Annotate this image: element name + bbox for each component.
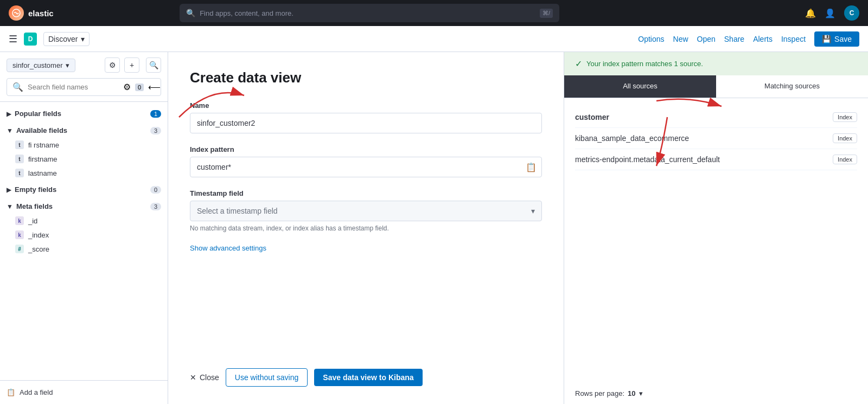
- search-sidebar-btn[interactable]: 🔍: [146, 57, 161, 73]
- sidebar-icons: ⚙ +: [105, 57, 139, 73]
- close-icon: ✕: [190, 373, 196, 382]
- save-icon: 💾: [822, 35, 831, 43]
- name-label: Name: [190, 101, 542, 110]
- matching-sources-tab[interactable]: Matching sources: [716, 75, 868, 98]
- timestamp-select[interactable]: Select a timestamp field ▾: [190, 201, 542, 221]
- field-type-icon: k: [15, 230, 24, 239]
- source-badge: Index: [833, 112, 857, 122]
- options-link[interactable]: Options: [638, 35, 664, 43]
- all-sources-tab[interactable]: All sources: [564, 75, 716, 98]
- source-item-metrics: metrics-endpoint.metadata_current_defaul…: [575, 149, 857, 170]
- index-pattern-label: Index pattern: [190, 145, 542, 153]
- alerts-link[interactable]: Alerts: [753, 35, 773, 43]
- timestamp-hint: No matching data stream, index, or index…: [190, 225, 542, 232]
- popular-fields-count: 1: [150, 110, 161, 118]
- source-item-customer: customer Index: [575, 107, 857, 128]
- search-fields-container: 🔍 ⚙ 0 ⟵: [7, 78, 161, 96]
- field-name: _score: [28, 245, 49, 253]
- modal-right: ✓ Your index pattern matches 1 source. A…: [564, 52, 868, 404]
- timestamp-label: Timestamp field: [190, 189, 542, 197]
- close-label: Close: [200, 373, 219, 382]
- save-label: Save: [834, 35, 852, 43]
- empty-fields-header[interactable]: ▶ Empty fields 0: [0, 182, 168, 197]
- rows-chevron[interactable]: ▾: [639, 389, 643, 397]
- field-name: _id: [28, 217, 37, 225]
- data-view-name: sinfor_customer: [12, 61, 62, 69]
- meta-toggle-icon: ▼: [7, 203, 13, 210]
- elastic-brand-name: elastic: [28, 9, 54, 18]
- sidebar-footer: 📋 Add a field: [0, 380, 168, 404]
- add-icon-btn[interactable]: +: [124, 57, 139, 73]
- open-link[interactable]: Open: [697, 35, 716, 43]
- list-item[interactable]: k _id: [0, 214, 168, 228]
- timestamp-chevron: ▾: [531, 207, 535, 215]
- search-icon: 🔍: [186, 9, 195, 17]
- source-name: customer: [575, 113, 609, 121]
- sidebar-header: sinfor_customer ▾ ⚙ + 🔍 🔍 ⚙ 0 ⟵: [0, 52, 168, 102]
- use-without-saving-button[interactable]: Use without saving: [226, 368, 308, 387]
- field-type-icon: t: [15, 140, 24, 149]
- source-name: kibana_sample_data_ecommerce: [575, 134, 689, 143]
- popular-fields-header[interactable]: ▶ Popular fields 1: [0, 106, 168, 121]
- source-badge: Index: [833, 155, 857, 164]
- elastic-logo: elastic: [9, 5, 54, 21]
- field-name: lastname: [28, 169, 57, 177]
- help-icon[interactable]: 👤: [825, 8, 835, 18]
- hamburger-icon[interactable]: ☰: [9, 33, 17, 45]
- notification-icon[interactable]: 🔔: [805, 8, 816, 18]
- meta-fields-title: Meta fields: [16, 202, 53, 210]
- show-advanced-link[interactable]: Show advanced settings: [190, 244, 542, 252]
- meta-fields-count: 3: [150, 203, 161, 210]
- search-shortcut: ⌘/: [540, 9, 553, 18]
- available-fields-section: ▼ Available fields 3 t fi rstname t firs…: [0, 123, 168, 180]
- discover-nav-button[interactable]: Discover ▾: [43, 32, 90, 46]
- available-fields-count: 3: [150, 127, 161, 134]
- meta-fields-section: ▼ Meta fields 3 k _id k _index # _score: [0, 199, 168, 256]
- main-layout: sinfor_customer ▾ ⚙ + 🔍 🔍 ⚙ 0 ⟵: [0, 52, 868, 404]
- available-fields-header[interactable]: ▼ Available fields 3: [0, 123, 168, 138]
- filter-icon-btn[interactable]: ⚙: [105, 57, 120, 73]
- match-banner-text: Your index pattern matches 1 source.: [586, 60, 703, 68]
- list-item[interactable]: # _score: [0, 242, 168, 256]
- sources-tabs: All sources Matching sources: [564, 75, 868, 98]
- second-nav: ☰ D Discover ▾ Options New Open Share Al…: [0, 26, 868, 52]
- close-button[interactable]: ✕ Close: [190, 373, 219, 382]
- save-data-view-button[interactable]: Save data view to Kibana: [314, 369, 422, 386]
- elastic-logo-icon: [9, 5, 24, 21]
- discover-nav-chevron: ▾: [81, 35, 85, 43]
- rows-per-page-label: Rows per page:: [575, 389, 624, 397]
- field-name: _index: [28, 231, 49, 239]
- list-item[interactable]: t firstname: [0, 152, 168, 166]
- field-name: fi rstname: [28, 141, 59, 149]
- new-link[interactable]: New: [673, 35, 688, 43]
- empty-fields-section: ▶ Empty fields 0: [0, 182, 168, 197]
- sidebar-content: ▶ Popular fields 1 ▼ Available fields 3 …: [0, 102, 168, 380]
- list-item[interactable]: t fi rstname: [0, 138, 168, 152]
- filter-count: 0: [135, 84, 144, 91]
- global-search-bar[interactable]: 🔍 Find apps, content, and more. ⌘/: [180, 4, 559, 22]
- index-pattern-input[interactable]: [190, 157, 542, 177]
- share-link[interactable]: Share: [724, 35, 744, 43]
- field-type-icon: t: [15, 169, 24, 177]
- user-avatar[interactable]: C: [844, 5, 859, 21]
- empty-fields-count: 0: [150, 186, 161, 194]
- meta-fields-header[interactable]: ▼ Meta fields 3: [0, 199, 168, 214]
- add-field-button[interactable]: 📋 Add a field: [7, 386, 161, 399]
- data-view-selector[interactable]: sinfor_customer ▾: [7, 59, 75, 72]
- data-view-chevron: ▾: [66, 61, 69, 69]
- list-item[interactable]: k _index: [0, 228, 168, 242]
- add-field-icon: 📋: [7, 388, 15, 396]
- modal-overlay: Create data view Name Index pattern 📋 Ti…: [168, 52, 868, 404]
- popular-toggle-icon: ▶: [7, 110, 11, 118]
- modal-left: Create data view Name Index pattern 📋 Ti…: [168, 52, 564, 404]
- sources-list: customer Index kibana_sample_data_ecomme…: [564, 98, 868, 383]
- index-pattern-icon: 📋: [526, 162, 537, 172]
- global-search-placeholder: Find apps, content, and more.: [200, 9, 535, 17]
- timestamp-form-group: Timestamp field Select a timestamp field…: [190, 189, 542, 232]
- search-fields-input[interactable]: [28, 83, 119, 91]
- content-area: 1 hit ✏️ ↕ Sort Document Create data vie…: [168, 52, 868, 404]
- save-button[interactable]: 💾 Save: [814, 31, 859, 47]
- list-item[interactable]: t lastname: [0, 166, 168, 180]
- name-input[interactable]: [190, 113, 542, 133]
- inspect-link[interactable]: Inspect: [781, 35, 806, 43]
